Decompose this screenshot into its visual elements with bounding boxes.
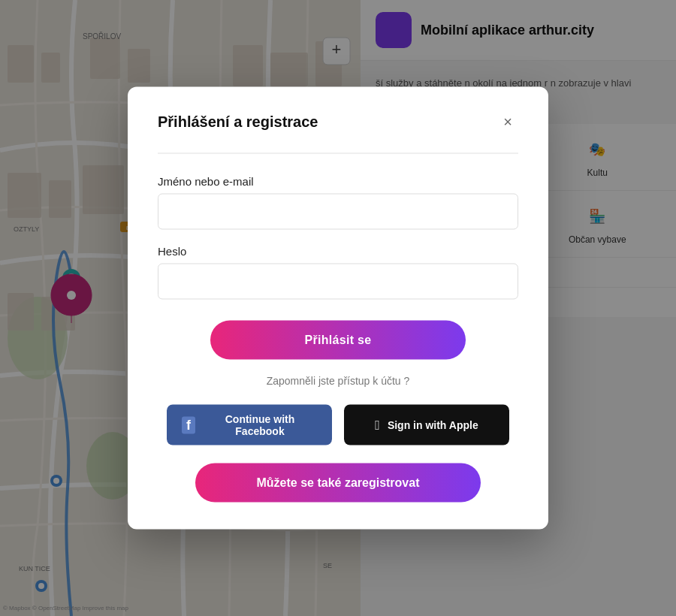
username-label: Jméno nebo e-mail (158, 175, 518, 188)
facebook-button-label: Continue with Facebook (203, 413, 317, 437)
form-group-password: Heslo (158, 245, 518, 315)
apple-button[interactable]:  Sign in with Apple (344, 405, 509, 445)
form-group-username: Jméno nebo e-mail (158, 175, 518, 245)
password-label: Heslo (158, 245, 518, 258)
facebook-button[interactable]: f Continue with Facebook (167, 405, 332, 445)
forgot-link[interactable]: Zapomněli jste přístup k účtu ? (158, 375, 518, 387)
apple-icon:  (375, 417, 380, 433)
apple-button-label: Sign in with Apple (388, 419, 478, 431)
password-input[interactable] (158, 264, 518, 300)
social-buttons: f Continue with Facebook  Sign in with … (158, 405, 518, 445)
modal-title: Přihlášení a registrace (158, 113, 318, 130)
modal-divider (158, 153, 518, 154)
register-button[interactable]: Můžete se také zaregistrovat (195, 464, 481, 503)
modal-header: Přihlášení a registrace × (158, 111, 518, 132)
facebook-icon: f (182, 416, 195, 433)
login-button[interactable]: Přihlásit se (210, 321, 466, 360)
modal-close-button[interactable]: × (497, 111, 518, 132)
forgot-link-text[interactable]: Zapomněli jste přístup k účtu ? (267, 375, 410, 387)
login-modal: Přihlášení a registrace × Jméno nebo e-m… (128, 87, 548, 530)
username-input[interactable] (158, 194, 518, 230)
